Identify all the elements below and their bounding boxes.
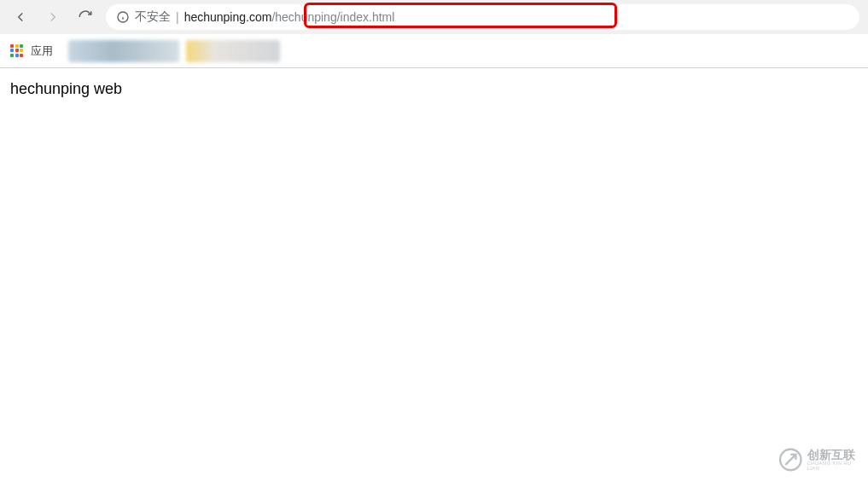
url-host: hechunping.com <box>184 10 272 24</box>
security-label: 不安全 <box>135 9 171 25</box>
url-path: /hechunping/index.html <box>271 10 394 24</box>
watermark-text: 创新互联 CHUANG XIN HU LIAN <box>807 449 863 471</box>
apps-label[interactable]: 应用 <box>31 43 53 59</box>
back-button[interactable] <box>9 5 32 29</box>
bookmark-blurred-1[interactable] <box>68 40 179 62</box>
reload-icon <box>78 9 93 25</box>
address-bar[interactable]: 不安全 | hechunping.com/hechunping/index.ht… <box>106 4 859 30</box>
bookmarks-bar: 应用 <box>0 34 868 68</box>
bookmark-blurred-2[interactable] <box>186 40 280 62</box>
page-body-text: hechunping web <box>10 80 122 97</box>
reload-button[interactable] <box>73 5 97 29</box>
apps-grid-icon[interactable] <box>10 44 24 58</box>
watermark-en: CHUANG XIN HU LIAN <box>807 461 863 471</box>
browser-toolbar: 不安全 | hechunping.com/hechunping/index.ht… <box>0 0 868 34</box>
watermark-logo-icon <box>778 446 804 473</box>
back-icon <box>13 9 28 25</box>
separator: | <box>176 10 179 24</box>
url-text: hechunping.com/hechunping/index.html <box>184 10 395 24</box>
watermark-cn: 创新互联 <box>807 449 863 461</box>
watermark: 创新互联 CHUANG XIN HU LIAN <box>778 443 863 476</box>
page-content: hechunping web <box>0 68 868 110</box>
forward-icon <box>45 9 61 25</box>
forward-button[interactable] <box>41 5 65 29</box>
info-icon <box>116 10 130 24</box>
